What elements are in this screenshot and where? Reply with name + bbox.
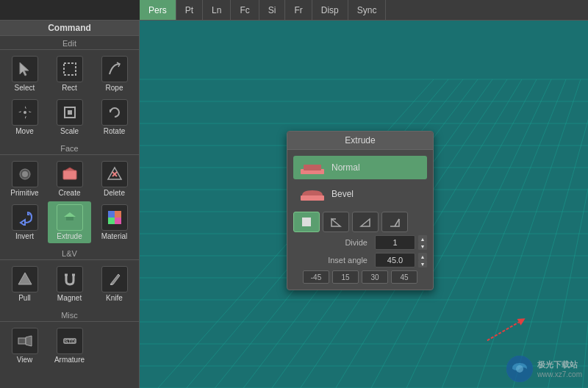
normal-icon — [299, 160, 326, 175]
quick-btn-45[interactable]: 45 — [391, 270, 417, 284]
tool-move[interactable]: Move — [3, 96, 46, 138]
material-icon — [101, 204, 128, 231]
svg-rect-21 — [108, 218, 115, 224]
section-lv: L&V — [0, 246, 139, 260]
sidebar-title: Command — [0, 21, 139, 36]
tool-armature[interactable]: STD Armature — [48, 325, 91, 367]
watermark-text: 极光下载站 www.xz7.com — [537, 359, 582, 378]
svg-rect-1 — [64, 63, 76, 75]
tool-invert[interactable]: Invert — [3, 201, 46, 243]
tab-disp[interactable]: Disp — [312, 0, 348, 20]
invert-icon — [12, 204, 38, 231]
shape-btn-corner1[interactable] — [323, 212, 349, 232]
quick-btn-15[interactable]: 15 — [332, 270, 359, 284]
extrude-option-normal[interactable]: Normal — [293, 156, 427, 179]
divide-row: Divide ▲ ▼ — [293, 235, 427, 250]
extrude-label: Extrude — [57, 232, 82, 240]
section-misc: Misc — [0, 308, 139, 322]
tab-sync[interactable]: Sync — [348, 0, 387, 20]
divide-up[interactable]: ▲ — [418, 235, 427, 242]
main-layout: Command Edit Select Rect — [0, 21, 588, 388]
tool-select[interactable]: Select — [3, 53, 46, 95]
tab-pers[interactable]: Pers — [140, 0, 176, 20]
tool-create[interactable]: Create — [48, 158, 91, 200]
normal-label: Normal — [331, 162, 360, 173]
inset-angle-up[interactable]: ▲ — [418, 253, 427, 260]
shape-btn-square[interactable] — [293, 212, 320, 232]
rope-label: Rope — [106, 84, 123, 92]
primitive-label: Primitive — [10, 189, 38, 197]
tool-view[interactable]: View — [3, 325, 46, 367]
bevel-label: Bevel — [331, 189, 354, 199]
move-icon — [12, 99, 38, 126]
tool-material[interactable]: Material — [93, 201, 136, 243]
tool-rect[interactable]: Rect — [48, 53, 91, 95]
tool-magnet[interactable]: Magnet — [48, 263, 91, 305]
select-icon — [12, 56, 38, 82]
svg-rect-27 — [18, 338, 26, 344]
knife-label: Knife — [106, 294, 123, 302]
inset-angle-down[interactable]: ▼ — [418, 260, 427, 267]
view-label: View — [17, 356, 33, 364]
svg-text:STD: STD — [65, 339, 75, 344]
face-tools: Primitive Create — [0, 155, 139, 246]
tool-delete[interactable]: Delete — [93, 158, 136, 200]
section-edit: Edit — [0, 36, 139, 50]
tool-knife[interactable]: Knife — [93, 263, 136, 305]
move-label: Move — [15, 127, 33, 135]
extrude-panel: Extrude Normal — [287, 131, 434, 290]
tool-scale[interactable]: Scale — [48, 96, 91, 138]
tab-fr[interactable]: Fr — [285, 0, 312, 20]
tool-rotate[interactable]: Rotate — [93, 96, 136, 138]
svg-rect-64 — [301, 195, 324, 201]
viewport: Extrude Normal — [140, 21, 588, 388]
divide-down[interactable]: ▼ — [418, 242, 427, 250]
divide-input[interactable] — [375, 235, 415, 250]
extrude-icon — [57, 204, 83, 231]
tab-pt[interactable]: Pt — [176, 0, 203, 20]
invert-label: Invert — [15, 232, 34, 240]
tool-extrude[interactable]: Extrude — [48, 201, 91, 243]
svg-point-6 — [24, 111, 26, 114]
svg-rect-19 — [108, 211, 115, 218]
view-icon — [12, 328, 38, 354]
svg-point-11 — [22, 171, 28, 177]
pull-icon — [12, 266, 38, 292]
lv-tools: Pull Magnet — [0, 260, 139, 308]
extrude-option-bevel[interactable]: Bevel — [293, 182, 427, 206]
quick-btn-30[interactable]: 30 — [362, 270, 388, 284]
tab-spacer — [0, 0, 140, 20]
svg-rect-65 — [302, 218, 311, 226]
rect-label: Rect — [62, 84, 77, 92]
svg-rect-18 — [66, 217, 74, 220]
tool-pull[interactable]: Pull — [3, 263, 46, 305]
inset-angle-spinners: ▲ ▼ — [418, 253, 427, 267]
watermark-logo — [506, 356, 533, 382]
svg-marker-5 — [26, 111, 32, 112]
tab-fc[interactable]: Fc — [231, 0, 259, 20]
shape-btn-corner2[interactable] — [352, 212, 379, 232]
tool-primitive[interactable]: Primitive — [3, 158, 46, 200]
top-tab-bar: Pers Pt Ln Fc Si Fr Disp Sync — [0, 0, 588, 21]
tool-rope[interactable]: Rope — [93, 53, 136, 95]
extrude-content: Normal Bevel — [287, 150, 433, 290]
shape-btn-corner3[interactable] — [381, 212, 408, 232]
inset-angle-input[interactable] — [375, 253, 415, 267]
quick-btn-neg45[interactable]: -45 — [303, 270, 329, 284]
delete-label: Delete — [104, 189, 125, 197]
tab-ln[interactable]: Ln — [203, 0, 231, 20]
svg-rect-22 — [115, 218, 121, 224]
section-face: Face — [0, 141, 139, 155]
scale-label: Scale — [60, 127, 79, 135]
inset-angle-label: Inset angle — [293, 256, 372, 265]
quick-buttons: -45 15 30 45 — [293, 270, 427, 284]
inset-angle-row: Inset angle ▲ ▼ — [293, 253, 427, 267]
sidebar: Command Edit Select Rect — [0, 21, 140, 388]
svg-marker-4 — [18, 111, 24, 112]
select-label: Select — [15, 84, 35, 92]
bevel-icon — [299, 187, 326, 201]
svg-rect-8 — [68, 110, 72, 115]
pull-label: Pull — [18, 294, 31, 302]
tab-si[interactable]: Si — [259, 0, 286, 20]
svg-line-66 — [487, 322, 519, 340]
